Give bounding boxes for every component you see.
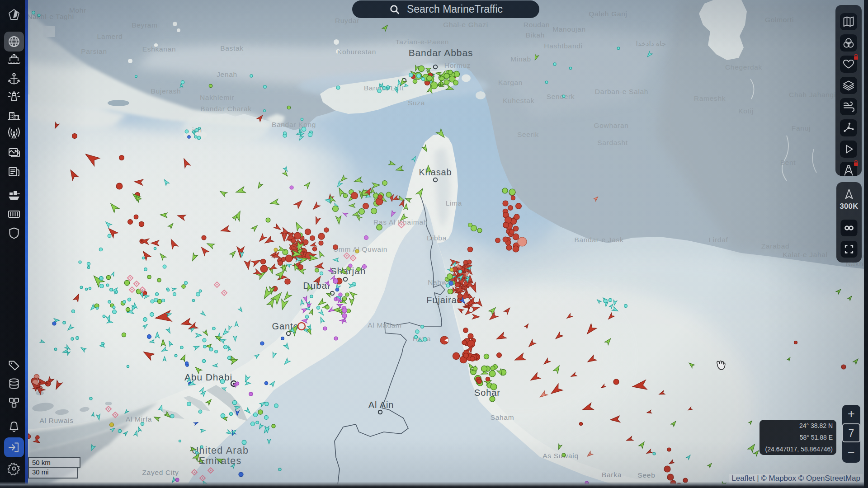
svg-text:Kuhestak: Kuhestak bbox=[503, 97, 534, 104]
svg-text:Zarabad: Zarabad bbox=[761, 242, 790, 250]
svg-text:Bent: Bent bbox=[780, 159, 796, 166]
svg-text:جاه دادخدا: جاه دادخدا bbox=[636, 40, 666, 47]
svg-text:Kargan: Kargan bbox=[498, 79, 523, 86]
svg-text:Beyram: Beyram bbox=[132, 21, 158, 29]
svg-text:Hashtbandi: Hashtbandi bbox=[544, 42, 582, 50]
svg-text:Chah Jahangir: Chah Jahangir bbox=[789, 91, 839, 99]
svg-text:Minab: Minab bbox=[510, 55, 531, 63]
svg-text:Suza: Suza bbox=[408, 99, 425, 107]
svg-text:Eshkanan: Eshkanan bbox=[142, 45, 176, 53]
svg-text:Manoujan: Manoujan bbox=[552, 25, 586, 33]
svg-text:Kohurestan: Kohurestan bbox=[337, 48, 376, 56]
svg-text:Darban-e Salah: Darban-e Salah bbox=[595, 88, 648, 95]
svg-text:Parsian: Parsian bbox=[81, 47, 107, 55]
svg-text:Zayed City: Zayed City bbox=[142, 469, 179, 476]
svg-text:Abu Dhabi: Abu Dhabi bbox=[184, 372, 232, 382]
svg-text:Fujairah: Fujairah bbox=[426, 295, 462, 305]
svg-text:Rameshk: Rameshk bbox=[694, 94, 726, 102]
svg-text:Lirdaf: Lirdaf bbox=[709, 236, 728, 244]
svg-text:Al Ain: Al Ain bbox=[368, 400, 394, 410]
svg-text:Bujerash: Bujerash bbox=[151, 87, 181, 95]
svg-text:Bikah: Bikah bbox=[526, 31, 545, 39]
svg-text:Golmorti: Golmorti bbox=[765, 16, 794, 23]
svg-text:Tazian-e-Paeen: Tazian-e-Paeen bbox=[396, 38, 449, 46]
svg-text:Al Madam: Al Madam bbox=[368, 321, 401, 329]
svg-text:Seeb: Seeb bbox=[638, 471, 656, 479]
svg-text:Umm Al Quwain: Umm Al Quwain bbox=[333, 245, 387, 253]
svg-text:Sohar: Sohar bbox=[474, 388, 500, 398]
svg-text:Barka: Barka bbox=[602, 471, 622, 479]
svg-text:Ghal-e Ghazi: Ghal-e Ghazi bbox=[443, 21, 488, 28]
svg-text:Al Ruwais: Al Ruwais bbox=[39, 417, 73, 424]
svg-text:Sardasht: Sardasht bbox=[597, 139, 628, 146]
svg-text:Hormuz: Hormuz bbox=[444, 61, 471, 69]
svg-text:Gowharan: Gowharan bbox=[594, 122, 628, 129]
svg-text:Senderk: Senderk bbox=[547, 93, 575, 100]
svg-text:Roudan: Roudan bbox=[524, 21, 550, 28]
svg-text:Nakhlemir: Nakhlemir bbox=[200, 94, 234, 101]
svg-text:Jenah: Jenah bbox=[217, 70, 237, 78]
svg-text:Al Mirfa: Al Mirfa bbox=[126, 415, 152, 423]
svg-text:Kotij: Kotij bbox=[738, 107, 754, 115]
svg-text:Bandar Charak: Bandar Charak bbox=[200, 105, 251, 113]
svg-text:Bandar Abbas: Bandar Abbas bbox=[409, 47, 473, 58]
svg-text:Qaleh Ganj: Qaleh Ganj bbox=[589, 10, 627, 18]
svg-text:Seerik: Seerik bbox=[517, 131, 539, 138]
svg-text:Lamerd: Lamerd bbox=[97, 33, 123, 40]
svg-text:Bastak: Bastak bbox=[220, 44, 244, 52]
svg-text:As Suwaiq: As Suwaiq bbox=[542, 452, 579, 460]
svg-text:Kalat-e Jahal: Kalat-e Jahal bbox=[783, 251, 828, 258]
svg-text:Saham: Saham bbox=[491, 413, 514, 421]
svg-text:Ruydar: Ruydar bbox=[335, 17, 359, 24]
svg-text:300K: 300K bbox=[840, 202, 858, 210]
svg-text:Chegerdak: Chegerdak bbox=[725, 63, 762, 71]
svg-text:Lima: Lima bbox=[446, 199, 462, 207]
svg-text:Khasab: Khasab bbox=[419, 167, 452, 177]
svg-text:Dibba: Dibba bbox=[427, 234, 447, 242]
svg-text:Fanuj: Fanuj bbox=[792, 124, 811, 132]
svg-text:Bandar-e Jask: Bandar-e Jask bbox=[574, 236, 623, 244]
svg-text:Bandar Kong: Bandar Kong bbox=[272, 121, 316, 128]
